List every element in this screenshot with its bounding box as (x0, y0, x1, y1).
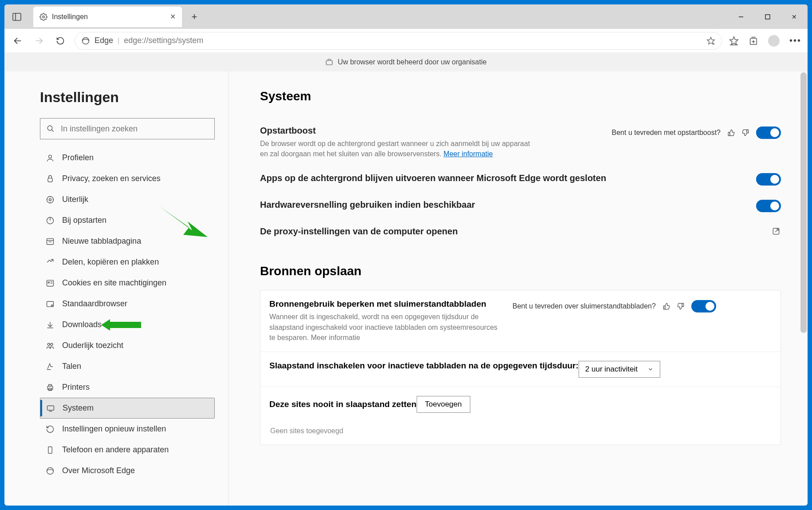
svg-point-2 (43, 16, 45, 18)
hardware-accel-row: Hardwareversnelling gebruiken indien bes… (260, 195, 781, 222)
sidebar-item-label: Over Microsoft Edge (62, 466, 135, 475)
menu-dots-icon[interactable]: ••• (789, 36, 801, 46)
svg-point-37 (51, 343, 53, 345)
sidebar-item-about-edge[interactable]: Over Microsoft Edge (40, 460, 215, 481)
sidebar-item-family[interactable]: Ouderlijk toezicht (40, 335, 215, 356)
svg-rect-16 (327, 60, 333, 65)
thumbs-up-icon[interactable] (663, 303, 670, 310)
languages-icon (45, 362, 55, 372)
sidebar-item-phone-devices[interactable]: Telefoon en andere apparaten (40, 439, 215, 460)
forward-button[interactable] (32, 34, 46, 48)
sidebar-item-privacy[interactable]: Privacy, zoeken en services (40, 168, 215, 189)
appearance-icon (45, 195, 55, 205)
new-tab-button[interactable]: + (185, 8, 203, 26)
svg-point-21 (47, 196, 54, 203)
printers-icon (45, 383, 55, 392)
close-tab-icon[interactable]: ✕ (170, 12, 176, 21)
scrollbar[interactable] (800, 72, 807, 333)
sidebar-item-label: Nieuwe tabbladpagina (62, 237, 141, 246)
gear-icon (39, 13, 47, 21)
startup-boost-link[interactable]: Meer informatie (444, 150, 493, 158)
sleep-timeout-select[interactable]: 2 uur inactiviteit (579, 361, 660, 378)
sidebar-item-languages[interactable]: Talen (40, 356, 215, 377)
favorites-icon[interactable] (729, 36, 739, 46)
url-text: edge://settings/system (124, 36, 203, 45)
titlebar: Instellingen ✕ + ✕ (4, 4, 808, 29)
sidebar-item-label: Uiterlijk (62, 195, 88, 204)
on-startup-icon (45, 216, 55, 225)
sidebar-item-system[interactable]: Systeem (40, 398, 215, 419)
svg-rect-28 (47, 280, 54, 286)
edge-logo-icon (81, 36, 90, 45)
collections-icon[interactable] (749, 36, 758, 46)
external-link-icon (771, 226, 781, 236)
proxy-settings-row[interactable]: De proxy-instellingen van de computer op… (260, 222, 781, 246)
thumbs-down-icon[interactable] (742, 129, 749, 136)
sidebar-item-reset-settings[interactable]: Instellingen opnieuw instellen (40, 419, 215, 439)
svg-rect-50 (663, 306, 665, 309)
sidebar-item-downloads[interactable]: Downloads (40, 314, 215, 335)
background-apps-toggle[interactable] (756, 173, 781, 186)
hardware-accel-toggle[interactable] (756, 200, 781, 212)
search-icon (47, 125, 55, 133)
startup-boost-row: Opstartboost De browser wordt op de acht… (260, 121, 781, 169)
settings-sidebar: Instellingen ProfielenPrivacy, zoeken en… (4, 71, 229, 506)
chevron-down-icon (647, 366, 654, 372)
sleeping-tabs-toggle[interactable] (691, 300, 716, 312)
svg-rect-44 (48, 447, 52, 453)
svg-rect-42 (47, 406, 54, 410)
sidebar-item-label: Ouderlijk toezicht (62, 341, 123, 350)
sidebar-item-label: Standaardbrowser (62, 299, 127, 308)
sidebar-item-cookies[interactable]: Cookies en site machtigingen (40, 273, 215, 293)
new-tab-page-icon (45, 237, 55, 246)
window-close[interactable]: ✕ (781, 4, 808, 29)
favorite-star-icon[interactable] (706, 36, 715, 45)
toolbar: Edge | edge://settings/system ••• (4, 29, 808, 53)
sidebar-item-label: Instellingen opnieuw instellen (62, 424, 166, 434)
sidebar-item-label: Profielen (62, 153, 94, 162)
sidebar-item-label: Downloads (62, 320, 102, 329)
thumbs-down-icon[interactable] (677, 303, 684, 310)
address-bar[interactable]: Edge | edge://settings/system (75, 32, 722, 50)
browser-tab[interactable]: Instellingen ✕ (33, 7, 182, 27)
window-minimize[interactable] (728, 4, 754, 29)
sidebar-item-printers[interactable]: Printers (40, 377, 215, 398)
sidebar-item-appearance[interactable]: Uiterlijk (40, 189, 215, 210)
vertical-tabs-button[interactable] (4, 4, 29, 29)
url-protocol: Edge (95, 36, 113, 45)
svg-point-22 (49, 198, 51, 201)
hardware-accel-title: Hardwareversnelling gebruiken indien bes… (260, 200, 756, 210)
system-heading: Systeem (260, 89, 781, 103)
downloads-icon (45, 320, 55, 330)
reload-button[interactable] (53, 34, 67, 48)
background-apps-title: Apps op de achtergrond blijven uitvoeren… (260, 173, 756, 183)
sidebar-item-default-browser[interactable]: Standaardbrowser (40, 293, 215, 314)
svg-rect-0 (13, 13, 21, 20)
sidebar-item-profiles[interactable]: Profielen (40, 147, 215, 168)
back-button[interactable] (11, 34, 25, 48)
add-site-button[interactable]: Toevoegen (417, 396, 470, 413)
settings-search-input[interactable] (61, 124, 208, 134)
sidebar-item-label: Telefoon en andere apparaten (62, 445, 169, 455)
profile-avatar[interactable] (768, 35, 780, 47)
startup-boost-title: Opstartboost (260, 126, 604, 136)
profiles-icon (45, 153, 55, 163)
window-maximize[interactable] (754, 4, 781, 29)
sleeping-feedback-q: Bent u tevreden over sluimerstandtabblad… (512, 302, 656, 310)
sleeping-tabs-link[interactable]: Meer informatie (311, 334, 360, 341)
svg-rect-4 (765, 15, 770, 19)
startup-boost-toggle[interactable] (756, 127, 781, 139)
system-icon (46, 403, 55, 413)
startup-boost-desc: De browser wordt op de achtergrond gesta… (260, 138, 535, 159)
settings-search[interactable] (40, 118, 215, 139)
sidebar-item-label: Systeem (63, 403, 94, 413)
sidebar-item-new-tab-page[interactable]: Nieuwe tabbladpagina (40, 231, 215, 252)
svg-rect-47 (728, 132, 729, 135)
svg-rect-41 (49, 388, 52, 390)
sidebar-item-label: Printers (62, 383, 90, 392)
sidebar-item-share-copy-paste[interactable]: Delen, kopiëren en plakken (40, 252, 215, 273)
startup-feedback-q: Bent u tevreden met opstartboost? (612, 129, 721, 137)
sidebar-item-on-startup[interactable]: Bij opstarten (40, 210, 215, 231)
svg-point-33 (51, 304, 53, 306)
thumbs-up-icon[interactable] (728, 129, 735, 136)
